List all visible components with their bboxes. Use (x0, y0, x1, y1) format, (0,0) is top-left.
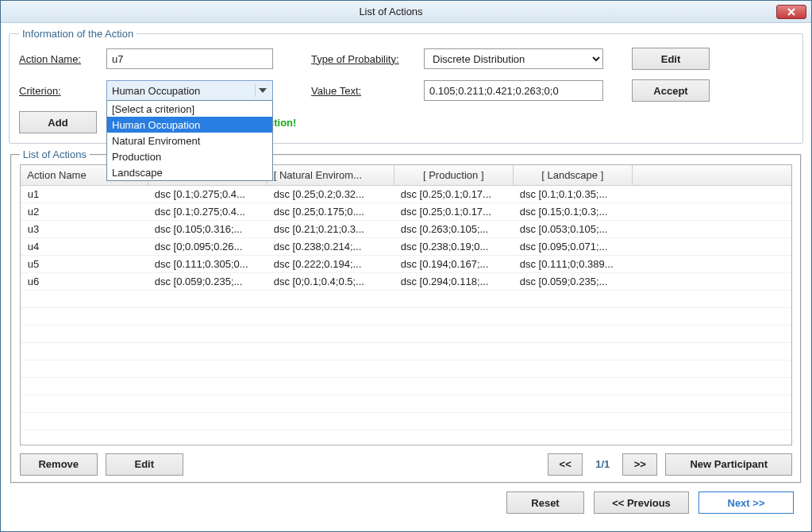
cell-empty (632, 413, 791, 430)
criterion-option[interactable]: [Select a criterion] (107, 101, 272, 117)
next-page-button[interactable]: >> (622, 453, 657, 476)
cell-empty (632, 360, 791, 378)
cell-value: dsc [0.111;0.305;0... (148, 256, 267, 273)
cell-empty (267, 378, 394, 395)
next-label: Next >> (728, 497, 765, 509)
cell-empty (267, 395, 394, 413)
add-button[interactable]: Add (19, 111, 97, 133)
next-button[interactable]: Next >> (698, 492, 794, 514)
table-row[interactable]: u3dsc [0.105;0.316;...dsc [0.21;0.21;0.3… (21, 221, 791, 238)
cell-empty (394, 291, 513, 308)
cell-empty (394, 378, 513, 395)
new-participant-label: New Participant (690, 458, 768, 470)
close-icon (787, 8, 796, 16)
accept-button-label: Accept (653, 85, 687, 97)
table-row[interactable]: u2dsc [0.1;0.275;0.4...dsc [0.25;0.175;0… (21, 203, 791, 221)
bottom-bar: Reset << Previous Next >> (9, 484, 803, 525)
cell-value: dsc [0.25;0.175;0.... (267, 203, 394, 221)
cell-empty (632, 326, 791, 343)
cell-empty (513, 360, 632, 378)
action-name-label: Action Name: (19, 53, 97, 65)
col-spacer (632, 165, 791, 186)
type-of-probability-label: Type of Probability: (311, 53, 414, 65)
window-title: List of Actions (6, 6, 776, 17)
actions-table-wrap: Action Name [ Human Occupati... [ Natura… (20, 164, 793, 445)
edit-button[interactable]: Edit (632, 48, 710, 70)
cell-empty (267, 413, 394, 430)
col-landscape[interactable]: [ Landscape ] (513, 165, 632, 186)
cell-empty (632, 395, 791, 413)
previous-button[interactable]: << Previous (594, 492, 689, 514)
cell-empty (632, 378, 791, 395)
actions-table: Action Name [ Human Occupati... [ Natura… (21, 165, 792, 431)
row-2: Criterion: Human Occupation [Select a cr… (19, 79, 793, 102)
cell-value: dsc [0.238;0.19;0... (394, 238, 513, 256)
window: List of Actions Information of the Actio… (0, 0, 812, 532)
cell-empty (148, 360, 267, 378)
value-text-label: Value Text: (311, 85, 414, 97)
value-text-input[interactable] (424, 80, 603, 101)
cell-action-name: u6 (21, 273, 148, 291)
edit-row-button[interactable]: Edit (106, 453, 183, 476)
cell-empty (513, 291, 632, 308)
table-row-empty (21, 395, 791, 413)
criterion-select-display[interactable]: Human Occupation (106, 80, 273, 101)
cell-value: dsc [0.25;0.2;0.32... (267, 186, 394, 203)
cell-empty (148, 291, 267, 308)
cell-empty (513, 326, 632, 343)
chevron-down-icon (255, 84, 269, 97)
cell-value: dsc [0.21;0.21;0.3... (267, 221, 394, 238)
close-button[interactable] (776, 5, 806, 19)
cell-value: dsc [0.15;0.1;0.3;... (513, 203, 632, 221)
action-name-input[interactable] (106, 48, 273, 69)
col-production[interactable]: [ Production ] (394, 165, 513, 186)
cell-value: dsc [0;0.095;0.26... (148, 238, 267, 256)
col-natural-environment[interactable]: [ Natural Envirom... (267, 165, 394, 186)
cell-spacer (632, 238, 791, 256)
accept-button[interactable]: Accept (632, 79, 710, 102)
cell-value: dsc [0.194;0.167;... (394, 256, 513, 273)
cell-value: dsc [0.294;0.118;... (394, 273, 513, 291)
cell-action-name: u2 (21, 203, 148, 221)
cell-empty (21, 308, 148, 326)
table-row[interactable]: u5dsc [0.111;0.305;0...dsc [0.222;0.194;… (21, 256, 791, 273)
cell-empty (394, 343, 513, 360)
cell-empty (148, 413, 267, 430)
cell-empty (21, 395, 148, 413)
reset-button[interactable]: Reset (506, 492, 584, 514)
criterion-select[interactable]: Human Occupation [Select a criterion] Hu… (106, 80, 273, 101)
criterion-option[interactable]: Production (107, 148, 272, 164)
titlebar: List of Actions (1, 1, 811, 23)
table-row[interactable]: u6dsc [0.059;0.235;...dsc [0;0.1;0.4;0.5… (21, 273, 791, 291)
cell-value: dsc [0.105;0.316;... (148, 221, 267, 238)
cell-action-name: u4 (21, 238, 148, 256)
cell-value: dsc [0.095;0.071;... (513, 238, 632, 256)
new-participant-button[interactable]: New Participant (665, 453, 792, 476)
cell-empty (21, 343, 148, 360)
cell-empty (148, 308, 267, 326)
table-row-empty (21, 291, 791, 308)
cell-spacer (632, 186, 791, 203)
row-1: Action Name: Type of Probability: Discre… (19, 48, 793, 70)
prev-page-button[interactable]: << (548, 453, 583, 476)
remove-button[interactable]: Remove (20, 453, 98, 476)
next-page-label: >> (634, 458, 646, 470)
table-row[interactable]: u1dsc [0.1;0.275;0.4...dsc [0.25;0.2;0.3… (21, 186, 791, 203)
reset-label: Reset (531, 497, 559, 509)
loa-legend: List of Actions (20, 148, 90, 160)
criterion-option[interactable]: Human Occupation (107, 117, 272, 133)
cell-value: dsc [0.059;0.235;... (148, 273, 267, 291)
cell-value: dsc [0.25;0.1;0.17... (394, 186, 513, 203)
cell-empty (394, 395, 513, 413)
previous-label: << Previous (612, 497, 671, 509)
table-row[interactable]: u4dsc [0;0.095;0.26...dsc [0.238;0.214;.… (21, 238, 791, 256)
criterion-option[interactable]: Natural Enviroment (107, 133, 272, 148)
criterion-option[interactable]: Landscape (107, 164, 272, 180)
cell-empty (21, 326, 148, 343)
edit-row-button-label: Edit (134, 458, 154, 470)
cell-action-name: u5 (21, 256, 148, 273)
cell-empty (148, 343, 267, 360)
cell-empty (21, 291, 148, 308)
cell-value: dsc [0.222;0.194;... (267, 256, 394, 273)
type-of-probability-select[interactable]: Discrete Distribution (424, 48, 603, 69)
